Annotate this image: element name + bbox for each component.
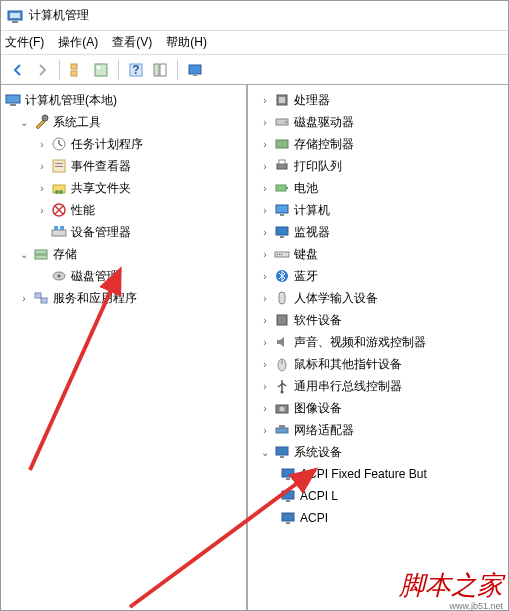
- dev-bluetooth[interactable]: ›蓝牙: [250, 265, 506, 287]
- properties-button[interactable]: [90, 59, 112, 81]
- tree-performance[interactable]: › 性能: [3, 199, 244, 221]
- titlebar: 计算机管理: [1, 1, 508, 31]
- show-tree-button[interactable]: [66, 59, 88, 81]
- cpu-icon: [274, 92, 290, 108]
- tree-storage[interactable]: ⌄ 存储: [3, 243, 244, 265]
- dev-monitors[interactable]: ›监视器: [250, 221, 506, 243]
- expander-closed-icon[interactable]: ›: [258, 379, 272, 393]
- expander-closed-icon[interactable]: ›: [258, 225, 272, 239]
- tree-disk-management[interactable]: 磁盘管理: [3, 265, 244, 287]
- forward-button[interactable]: [31, 59, 53, 81]
- spacer: [35, 225, 49, 239]
- expander-closed-icon[interactable]: ›: [258, 357, 272, 371]
- dev-acpi[interactable]: ACPI: [250, 507, 506, 529]
- storage-ctrl-icon: [274, 136, 290, 152]
- expander-closed-icon[interactable]: ›: [258, 115, 272, 129]
- dev-processors[interactable]: ›处理器: [250, 89, 506, 111]
- dev-usb[interactable]: ›通用串行总线控制器: [250, 375, 506, 397]
- menu-view[interactable]: 查看(V): [112, 34, 152, 51]
- separator: [59, 60, 60, 80]
- app-icon: [7, 8, 23, 24]
- svg-point-15: [42, 115, 48, 121]
- view-button[interactable]: [149, 59, 171, 81]
- expander-closed-icon[interactable]: ›: [258, 247, 272, 261]
- svg-rect-61: [280, 456, 284, 458]
- expander-closed-icon[interactable]: ›: [258, 401, 272, 415]
- device-icon: [280, 510, 296, 526]
- expander-closed-icon[interactable]: ›: [258, 203, 272, 217]
- expander-closed-icon[interactable]: ›: [35, 203, 49, 217]
- svg-rect-66: [282, 513, 294, 521]
- expander-closed-icon[interactable]: ›: [35, 137, 49, 151]
- tree-shared-folders[interactable]: › 共享文件夹: [3, 177, 244, 199]
- hdd-icon: [274, 114, 290, 130]
- svg-rect-27: [35, 250, 47, 254]
- tree-services-apps[interactable]: › 服务和应用程序: [3, 287, 244, 309]
- dev-network[interactable]: ›网络适配器: [250, 419, 506, 441]
- dev-system-devices[interactable]: ⌄系统设备: [250, 441, 506, 463]
- event-icon: [51, 158, 67, 174]
- svg-point-57: [280, 407, 285, 412]
- expander-closed-icon[interactable]: ›: [258, 269, 272, 283]
- refresh-button[interactable]: [184, 59, 206, 81]
- dev-sound[interactable]: ›声音、视频和游戏控制器: [250, 331, 506, 353]
- expander-open-icon[interactable]: ⌄: [17, 247, 31, 261]
- expander-closed-icon[interactable]: ›: [258, 291, 272, 305]
- svg-rect-6: [97, 66, 100, 69]
- separator: [177, 60, 178, 80]
- svg-rect-18: [55, 163, 63, 164]
- tree-system-tools[interactable]: ⌄ 系统工具: [3, 111, 244, 133]
- svg-point-21: [55, 190, 59, 194]
- camera-icon: [274, 400, 290, 416]
- svg-rect-44: [276, 227, 288, 235]
- expander-closed-icon[interactable]: ›: [17, 291, 31, 305]
- expander-closed-icon[interactable]: ›: [258, 137, 272, 151]
- back-button[interactable]: [7, 59, 29, 81]
- tree-task-scheduler[interactable]: › 任务计划程序: [3, 133, 244, 155]
- menu-action[interactable]: 操作(A): [58, 34, 98, 51]
- shared-folder-icon: [51, 180, 67, 196]
- expander-closed-icon[interactable]: ›: [35, 181, 49, 195]
- watermark-text: 脚本之家: [399, 568, 503, 603]
- expander-closed-icon[interactable]: ›: [258, 423, 272, 437]
- expander-closed-icon[interactable]: ›: [258, 159, 272, 173]
- svg-rect-41: [286, 187, 288, 189]
- svg-rect-48: [279, 254, 280, 255]
- dev-acpi-fixed[interactable]: ACPI Fixed Feature But: [250, 463, 506, 485]
- expander-closed-icon[interactable]: ›: [258, 313, 272, 327]
- expander-open-icon[interactable]: ⌄: [258, 445, 272, 459]
- separator: [118, 60, 119, 80]
- dev-mice[interactable]: ›鼠标和其他指针设备: [250, 353, 506, 375]
- spacer: [35, 269, 49, 283]
- dev-print-queues[interactable]: ›打印队列: [250, 155, 506, 177]
- menu-file[interactable]: 文件(F): [5, 34, 44, 51]
- svg-rect-1: [10, 13, 20, 18]
- computer-mgmt-icon: [5, 92, 21, 108]
- help-button[interactable]: ?: [125, 59, 147, 81]
- expander-open-icon[interactable]: ⌄: [17, 115, 31, 129]
- tree-root-computer-mgmt[interactable]: 计算机管理(本地): [3, 89, 244, 111]
- tree-event-viewer[interactable]: › 事件查看器: [3, 155, 244, 177]
- expander-closed-icon[interactable]: ›: [258, 93, 272, 107]
- dev-batteries[interactable]: ›电池: [250, 177, 506, 199]
- svg-rect-51: [279, 292, 285, 304]
- window-title: 计算机管理: [29, 7, 89, 24]
- dev-hid[interactable]: ›人体学输入设备: [250, 287, 506, 309]
- expander-closed-icon[interactable]: ›: [35, 159, 49, 173]
- expander-closed-icon[interactable]: ›: [258, 181, 272, 195]
- dev-computer[interactable]: ›计算机: [250, 199, 506, 221]
- dev-acpi-l[interactable]: ACPI L: [250, 485, 506, 507]
- dev-keyboards[interactable]: ›键盘: [250, 243, 506, 265]
- dev-storage-ctrl[interactable]: ›存储控制器: [250, 133, 506, 155]
- svg-rect-38: [277, 164, 287, 169]
- keyboard-icon: [274, 246, 290, 262]
- dev-disk-drives[interactable]: ›磁盘驱动器: [250, 111, 506, 133]
- dev-imaging[interactable]: ›图像设备: [250, 397, 506, 419]
- menu-help[interactable]: 帮助(H): [166, 34, 207, 51]
- content-panes: 计算机管理(本地) ⌄ 系统工具 › 任务计划程序 › 事件查看器 › 共享文件…: [1, 85, 508, 610]
- svg-rect-64: [282, 491, 294, 499]
- storage-icon: [33, 246, 49, 262]
- dev-software[interactable]: ›软件设备: [250, 309, 506, 331]
- tree-device-manager[interactable]: 设备管理器: [3, 221, 244, 243]
- expander-closed-icon[interactable]: ›: [258, 335, 272, 349]
